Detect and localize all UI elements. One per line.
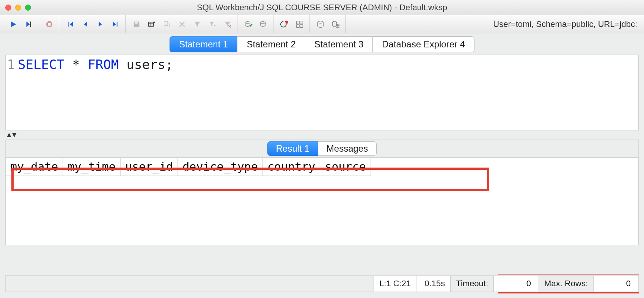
window-controls <box>5 5 31 11</box>
insert-row-button[interactable] <box>145 18 159 31</box>
svg-rect-12 <box>297 24 299 27</box>
db-table-button[interactable] <box>328 18 343 31</box>
nav-prev-button[interactable] <box>78 18 93 31</box>
svg-rect-11 <box>300 21 303 24</box>
delete-row-button <box>175 18 189 31</box>
tab-statement-3[interactable]: Statement 3 <box>305 36 372 52</box>
line-number: 1 <box>6 56 16 72</box>
sql-editor[interactable]: 1 SELECT * FROM users; <box>5 55 639 130</box>
timeout-value[interactable] <box>493 276 539 292</box>
rollback-button[interactable] <box>256 18 271 31</box>
toolbar: User=tomi, Schema=public, URL=jdbc: <box>0 15 644 33</box>
maxrows-input[interactable] <box>599 277 633 290</box>
nav-last-button[interactable] <box>108 18 123 31</box>
run-button[interactable] <box>6 18 20 31</box>
maxrows-value[interactable] <box>593 276 638 292</box>
splitter-handle[interactable]: ▲▼ <box>5 130 644 139</box>
maxrows-label: Max. Rows: <box>539 276 593 292</box>
column-header[interactable]: user_id <box>121 158 178 176</box>
titlebar: SQL Workbench/J SQL COURSE SERVER (ADMIN… <box>0 0 644 15</box>
tab-messages[interactable]: Messages <box>318 141 377 156</box>
svg-point-9 <box>286 20 288 23</box>
nav-first-button[interactable] <box>63 18 77 31</box>
column-header[interactable]: country <box>263 158 320 176</box>
column-header[interactable]: my_time <box>63 158 120 176</box>
close-icon[interactable] <box>5 5 11 11</box>
filter-clear-button <box>220 18 235 31</box>
svg-point-15 <box>333 21 337 23</box>
tab-database-explorer[interactable]: Database Explorer 4 <box>372 36 474 52</box>
svg-rect-3 <box>135 22 137 24</box>
column-header[interactable]: my_date <box>6 158 63 176</box>
run-to-cursor-button[interactable] <box>21 18 36 31</box>
stop-button <box>42 18 57 31</box>
timeout-label: Timeout: <box>450 276 493 292</box>
copy-row-button <box>160 18 174 31</box>
connection-info: User=tomi, Schema=public, URL=jdbc: <box>493 19 640 29</box>
result-grid-header: my_date my_time user_id device_type coun… <box>6 158 638 176</box>
svg-point-14 <box>318 21 324 23</box>
minimize-icon[interactable] <box>15 5 21 11</box>
tab-result-1[interactable]: Result 1 <box>267 141 318 156</box>
cursor-position: L:1 C:21 <box>374 276 416 292</box>
query-duration: 0.15s <box>416 276 450 292</box>
svg-rect-10 <box>297 21 299 24</box>
svg-rect-2 <box>48 23 50 25</box>
status-bar: L:1 C:21 0.15s Timeout: Max. Rows: <box>5 275 639 292</box>
statement-tabs-row: Statement 1 Statement 2 Statement 3 Data… <box>0 33 644 52</box>
save-button[interactable] <box>129 18 144 31</box>
svg-rect-0 <box>30 21 31 27</box>
svg-rect-4 <box>149 22 154 26</box>
tab-statement-2[interactable]: Statement 2 <box>237 36 305 52</box>
reconnect-button[interactable] <box>277 18 292 31</box>
timeout-input[interactable] <box>499 277 533 290</box>
result-grid[interactable]: my_date my_time user_id device_type coun… <box>5 157 639 245</box>
filter-dropdown-button <box>205 18 220 31</box>
tab-statement-1[interactable]: Statement 1 <box>170 36 237 52</box>
commit-button[interactable] <box>241 18 256 31</box>
filter-button <box>190 18 204 31</box>
svg-point-8 <box>261 21 265 24</box>
sql-code[interactable]: SELECT * FROM users; <box>16 56 173 72</box>
svg-point-7 <box>245 21 250 24</box>
nav-next-button[interactable] <box>93 18 108 31</box>
window-title: SQL Workbench/J SQL COURSE SERVER (ADMIN… <box>0 3 644 13</box>
column-header[interactable]: device_type <box>178 158 263 176</box>
maximize-icon[interactable] <box>25 5 31 11</box>
db-button[interactable] <box>313 18 328 31</box>
svg-rect-13 <box>300 24 303 27</box>
column-header[interactable]: source <box>320 158 371 176</box>
result-area: Result 1 Messages my_date my_time user_i… <box>5 140 639 245</box>
grid-button[interactable] <box>292 18 307 31</box>
